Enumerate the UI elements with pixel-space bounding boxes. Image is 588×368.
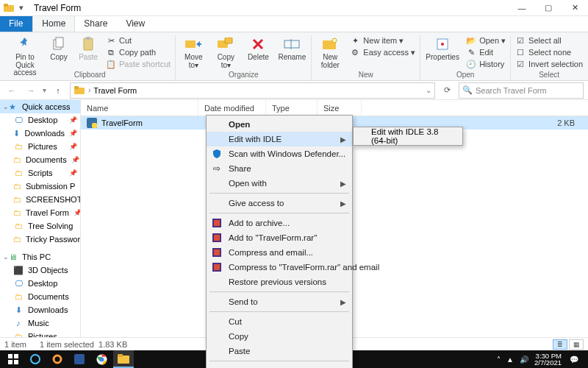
minimize-button[interactable]: — bbox=[509, 0, 535, 16]
sidebar-item[interactable]: 🖵Desktop📌 bbox=[0, 113, 80, 127]
sidebar-item[interactable]: ⬛3D Objects bbox=[0, 263, 80, 277]
paste-shortcut-button[interactable]: 📋Paste shortcut bbox=[106, 59, 171, 69]
chevron-right-icon[interactable]: › bbox=[88, 86, 90, 94]
forward-button[interactable]: → bbox=[24, 83, 38, 98]
easy-access-button[interactable]: ⚙Easy access ▾ bbox=[350, 47, 415, 57]
pin-to-quick-access-button[interactable]: Pin to Quick access bbox=[9, 35, 41, 77]
start-button[interactable] bbox=[3, 350, 24, 368]
back-button[interactable]: ← bbox=[4, 83, 19, 98]
quick-access-header[interactable]: ⌄★Quick access bbox=[0, 100, 80, 113]
menu-open[interactable]: Open bbox=[207, 117, 352, 132]
submenu-idle-label: Edit with IDLE 3.8 (64-bit) bbox=[371, 127, 448, 145]
sidebar-item[interactable]: 🗀Pictures📌 bbox=[0, 140, 80, 153]
recent-locations-button[interactable]: ▾ bbox=[43, 86, 46, 94]
col-type[interactable]: Type bbox=[266, 100, 318, 116]
thumbnails-view-button[interactable]: ▦ bbox=[569, 339, 584, 350]
properties-button[interactable]: Properties bbox=[425, 35, 460, 62]
sidebar-item[interactable]: ⬇Downloads📌 bbox=[0, 127, 80, 140]
col-name[interactable]: Name bbox=[81, 100, 198, 116]
sidebar-item[interactable]: 🗀SCREENSHOT📌 bbox=[0, 193, 80, 206]
menu-open-with[interactable]: Open with▶ bbox=[207, 176, 352, 191]
sidebar-item[interactable]: 🗀Submission P📌 bbox=[0, 180, 80, 193]
submenu-idle-38[interactable]: Edit with IDLE 3.8 (64-bit) bbox=[354, 129, 462, 144]
properties-label: Properties bbox=[426, 54, 459, 62]
system-tray[interactable]: ˄ ▲ 🔊 3:30 PM 2/7/2021 💬 bbox=[497, 353, 585, 367]
rename-button[interactable]: Rename bbox=[277, 35, 306, 62]
sidebar-item[interactable]: ♪Music bbox=[0, 316, 80, 330]
taskbar-chrome[interactable] bbox=[91, 350, 112, 368]
menu-create-shortcut[interactable]: Create shortcut bbox=[207, 364, 352, 368]
notifications-icon[interactable]: 💬 bbox=[567, 353, 581, 366]
copy-path-button[interactable]: ⧉Copy path bbox=[106, 47, 171, 57]
sidebar-item[interactable]: 🗀Documents bbox=[0, 290, 80, 303]
menu-cut[interactable]: Cut bbox=[207, 314, 352, 329]
menu-paste[interactable]: Paste bbox=[207, 344, 352, 358]
menu-add-to-rar[interactable]: Add to "TravelForm.rar" bbox=[207, 230, 352, 245]
qat-expand-icon[interactable]: ▾ bbox=[15, 3, 28, 13]
sidebar-item[interactable]: 🗀Travel Form📌 bbox=[0, 206, 80, 219]
taskbar-app-3[interactable] bbox=[69, 350, 90, 368]
delete-button[interactable]: Delete bbox=[245, 35, 271, 62]
menu-add-archive[interactable]: Add to archive... bbox=[207, 216, 352, 230]
move-to-button[interactable]: Move to▾ bbox=[180, 35, 207, 69]
tray-volume-icon[interactable]: 🔊 bbox=[520, 355, 528, 364]
taskbar-explorer[interactable] bbox=[113, 350, 134, 368]
svg-rect-37 bbox=[118, 354, 123, 357]
tab-share[interactable]: Share bbox=[75, 16, 117, 32]
menu-compress-rar-email[interactable]: Compress to "TravelForm.rar" and email bbox=[207, 260, 352, 275]
menu-separator bbox=[209, 213, 349, 213]
refresh-button[interactable]: ⟳ bbox=[440, 85, 454, 95]
tray-network-icon[interactable]: ▲ bbox=[506, 355, 514, 364]
maximize-button[interactable]: ▢ bbox=[535, 0, 562, 16]
taskbar-app-2[interactable] bbox=[47, 350, 68, 368]
tab-file[interactable]: File bbox=[0, 16, 32, 32]
search-input[interactable]: 🔍 Search Travel Form bbox=[459, 82, 584, 99]
open-button[interactable]: 📂Open ▾ bbox=[466, 35, 506, 46]
column-headers[interactable]: Name Date modified Type Size bbox=[81, 100, 588, 116]
path-box[interactable]: › Travel Form ⌄ bbox=[70, 82, 435, 99]
menu-edit-with-idle[interactable]: Edit with IDLE▶ bbox=[207, 132, 352, 146]
move-to-icon bbox=[184, 35, 202, 53]
copy-path-label: Copy path bbox=[119, 48, 156, 57]
select-all-button[interactable]: ☑Select all bbox=[515, 35, 583, 46]
tab-home[interactable]: Home bbox=[32, 16, 75, 32]
taskbar-app-1[interactable] bbox=[25, 350, 46, 368]
paste-button[interactable]: Paste bbox=[76, 35, 100, 62]
close-button[interactable]: ✕ bbox=[562, 0, 588, 16]
col-size[interactable]: Size bbox=[318, 100, 362, 116]
menu-separator bbox=[209, 193, 349, 194]
copy-to-button[interactable]: Copy to▾ bbox=[212, 35, 239, 69]
menu-scan-defender[interactable]: Scan with Windows Defender... bbox=[207, 146, 352, 161]
sidebar-item[interactable]: 🗀Tree Solving bbox=[0, 219, 80, 233]
sidebar-item[interactable]: 🗀Documents📌 bbox=[0, 153, 80, 166]
history-button[interactable]: 🕘History bbox=[466, 59, 506, 69]
tray-chevron-up-icon[interactable]: ˄ bbox=[497, 355, 501, 364]
sidebar-item[interactable]: 🗀Pictures bbox=[0, 330, 80, 337]
tab-view[interactable]: View bbox=[117, 16, 154, 32]
col-date[interactable]: Date modified bbox=[198, 100, 266, 116]
menu-give-access[interactable]: Give access to▶ bbox=[207, 196, 352, 210]
clock[interactable]: 3:30 PM 2/7/2021 bbox=[534, 353, 562, 367]
edit-button[interactable]: ✎Edit bbox=[466, 47, 506, 57]
path-segment[interactable]: Travel Form bbox=[93, 86, 137, 95]
sidebar-item[interactable]: 🗀Tricky Password bbox=[0, 233, 80, 246]
select-none-button[interactable]: ☐Select none bbox=[515, 47, 583, 57]
details-view-button[interactable]: ≣ bbox=[553, 339, 567, 350]
new-item-button[interactable]: ✦New item ▾ bbox=[350, 35, 415, 46]
menu-compress-email[interactable]: Compress and email... bbox=[207, 245, 352, 260]
cut-button[interactable]: ✂Cut bbox=[106, 35, 171, 46]
sidebar-item[interactable]: ⬇Downloads bbox=[0, 303, 80, 316]
menu-restore-previous[interactable]: Restore previous versions bbox=[207, 275, 352, 289]
path-dropdown-button[interactable]: ⌄ bbox=[426, 86, 431, 94]
this-pc-header[interactable]: ⌄🖥This PC bbox=[0, 250, 80, 263]
sidebar-item[interactable]: 🗀Scripts📌 bbox=[0, 166, 80, 180]
new-folder-button[interactable]: New folder bbox=[316, 35, 344, 69]
up-button[interactable]: ↑ bbox=[51, 83, 65, 98]
nav-pane[interactable]: ⌄★Quick access 🖵Desktop📌⬇Downloads📌🗀Pict… bbox=[0, 100, 81, 337]
menu-copy[interactable]: Copy bbox=[207, 329, 352, 344]
sidebar-item[interactable]: 🖵Desktop bbox=[0, 277, 80, 290]
copy-button[interactable]: Copy bbox=[47, 35, 71, 62]
menu-share[interactable]: ⇨Share bbox=[207, 161, 352, 176]
invert-selection-button[interactable]: ☑Invert selection bbox=[515, 59, 583, 69]
menu-send-to[interactable]: Send to▶ bbox=[207, 294, 352, 309]
